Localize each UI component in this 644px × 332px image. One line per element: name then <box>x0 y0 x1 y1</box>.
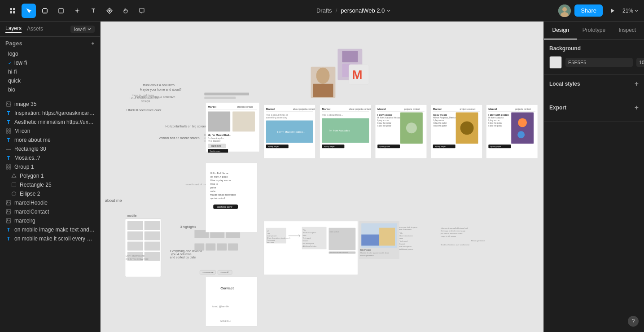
svg-point-26 <box>7 201 8 202</box>
svg-text:I think ill need more color: I think ill need more color <box>127 109 162 112</box>
layer-item-ellipse2[interactable]: Ellipse 2 <box>0 189 100 198</box>
svg-text:Hi from Acapulco, Mexico: Hi from Acapulco, Mexico <box>377 117 400 119</box>
svg-point-24 <box>12 192 16 196</box>
svg-rect-42 <box>204 93 249 96</box>
background-opacity-input[interactable] <box>636 58 644 67</box>
breadcrumb-drafts: Drafts <box>316 7 332 14</box>
svg-text:think about a cool intro: think about a cool intro <box>143 83 175 87</box>
svg-text:learn more: learn more <box>211 145 221 147</box>
pen-tool[interactable] <box>70 4 84 18</box>
tab-inspect[interactable]: Inspect <box>611 22 644 39</box>
page-label-lowfi: low-fi <box>14 60 27 66</box>
canvas[interactable]: about me think about a cool intro Maybe … <box>101 22 543 332</box>
page-label-bio: bio <box>8 87 15 93</box>
select-tool[interactable] <box>22 4 36 18</box>
svg-rect-206 <box>342 51 358 62</box>
layer-item-inspiration[interactable]: T Inspiration: https://garoaskincare.... <box>0 109 100 118</box>
tab-prototype[interactable]: Prototype <box>577 22 610 39</box>
page-item-quick[interactable]: quick <box>5 76 95 85</box>
text-icon-4: T <box>5 155 12 161</box>
page-item-logo[interactable]: logo <box>5 49 95 58</box>
add-export-button[interactable]: + <box>635 104 639 112</box>
layer-item-moreaboutme[interactable]: T more about me <box>0 135 100 144</box>
svg-text:spotify/title player: spotify/title player <box>217 206 232 208</box>
polygon-icon <box>11 173 17 179</box>
avatar <box>558 4 571 17</box>
svg-rect-69 <box>228 244 238 251</box>
svg-rect-210 <box>313 84 333 97</box>
project-name[interactable]: personalWeb 2.0 <box>341 7 391 14</box>
svg-rect-67 <box>206 244 215 251</box>
page-item-bio[interactable]: bio <box>5 85 95 94</box>
layer-item-onmobile2[interactable]: T on mobile make it scroll every poin... <box>0 234 100 243</box>
background-hex-input[interactable] <box>565 58 633 67</box>
svg-text:idk when it was called but you: idk when it was called but you had <box>441 227 468 229</box>
svg-point-28 <box>7 210 8 211</box>
svg-text:I play music: I play music <box>433 114 447 116</box>
svg-rect-23 <box>12 183 16 187</box>
svg-text:something interesting: something interesting <box>266 116 287 119</box>
svg-text:I play with design: I play with design <box>488 114 509 116</box>
page-label-logo: logo <box>8 51 18 57</box>
tab-layers[interactable]: Layers <box>5 25 22 33</box>
share-button[interactable]: Share <box>574 4 603 17</box>
svg-text:UGH! animate letters ok?: UGH! animate letters ok? <box>130 97 160 100</box>
svg-text:I'm from Acapulco: I'm from Acapulco <box>208 137 224 140</box>
page-item-lowfi[interactable]: ✓ low-fi <box>5 58 95 67</box>
layer-label-onmobile2: on mobile make it scroll every poin... <box>14 236 95 242</box>
svg-rect-53 <box>127 242 143 251</box>
svg-text:with more detail: with more detail <box>399 228 412 231</box>
component-tool[interactable] <box>102 4 117 18</box>
svg-text:Idea: Idea <box>303 234 307 236</box>
text-tool[interactable]: T <box>86 4 101 18</box>
svg-text:Additional photos: Additional photos <box>303 245 316 247</box>
hand-tool[interactable] <box>118 4 133 18</box>
home-tool[interactable] <box>5 4 20 18</box>
layer-item-marcelContact[interactable]: marcelContact <box>0 207 100 216</box>
add-local-style-button[interactable]: + <box>635 80 639 88</box>
play-button[interactable] <box>606 4 619 17</box>
svg-rect-201 <box>206 277 257 326</box>
svg-text:Hi I'm Full Name: Hi I'm Full Name <box>210 172 228 175</box>
layer-item-mosaics[interactable]: T Mosaics..? <box>0 153 100 162</box>
layer-item-polygon1[interactable]: Polygon 1 <box>0 171 100 180</box>
shape-tool[interactable] <box>54 4 68 18</box>
text-icon-3: T <box>5 137 12 143</box>
layer-item-onmobile1[interactable]: T on mobile image make text and sp... <box>0 225 100 234</box>
layer-label-micon: M icon <box>14 128 30 134</box>
svg-text:Tech used: Tech used <box>399 240 407 242</box>
add-page-button[interactable]: + <box>91 40 95 47</box>
tab-design[interactable]: Design <box>544 22 577 39</box>
svg-rect-51 <box>127 232 143 240</box>
page-item-hifi[interactable]: hi-fi <box>5 67 95 76</box>
svg-rect-19 <box>6 165 8 166</box>
layer-item-image35[interactable]: image 35 <box>0 100 100 109</box>
layer-filter[interactable]: low-fi <box>70 26 95 33</box>
layer-item-micon[interactable]: M icon <box>0 127 100 135</box>
help-button[interactable]: ? <box>628 316 639 327</box>
rect-icon-1: — <box>5 146 12 152</box>
toolbar-center: Drafts / personalWeb 2.0 <box>151 7 556 14</box>
zoom-level[interactable]: 21% <box>622 8 639 14</box>
svg-text:Title Project: Title Project <box>360 249 371 251</box>
svg-rect-181 <box>361 235 379 246</box>
layer-item-rect25[interactable]: Rectangle 25 <box>0 180 100 189</box>
layer-item-group1[interactable]: Group 1 <box>0 162 100 171</box>
image-icon-2 <box>5 200 12 206</box>
svg-text:about  projects  contact: about projects contact <box>349 108 371 110</box>
layer-item-marcelrg[interactable]: marcelrg <box>0 216 100 225</box>
layer-item-aesthetic[interactable]: T Aesthetic minimalism https://uxde... <box>0 118 100 127</box>
svg-text:Short description: Short description <box>303 232 316 234</box>
background-color-swatch[interactable] <box>549 56 562 69</box>
layer-item-marcelHoodie[interactable]: marcelHoodie <box>0 198 100 207</box>
layer-item-rect30[interactable]: — Rectangle 30 <box>0 144 100 153</box>
svg-rect-18 <box>9 131 11 133</box>
svg-rect-4 <box>42 9 43 13</box>
svg-text:show all: show all <box>220 271 228 274</box>
tab-assets[interactable]: Assets <box>27 26 43 33</box>
comment-tool[interactable] <box>135 4 149 18</box>
svg-text:I like to: I like to <box>210 183 218 185</box>
svg-text:design: design <box>141 100 150 103</box>
frame-tool[interactable] <box>38 4 52 18</box>
ellipse-icon <box>11 191 17 197</box>
